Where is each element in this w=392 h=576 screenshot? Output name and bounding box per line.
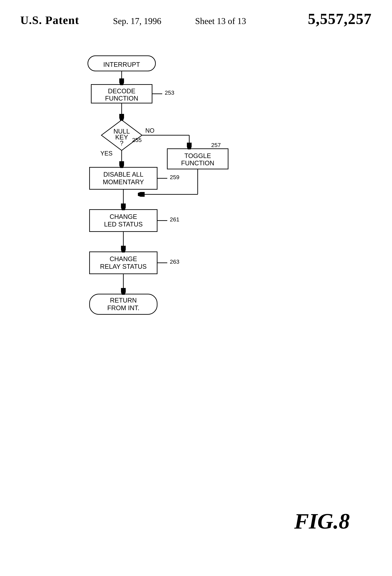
- patent-number: 5,557,257: [308, 10, 372, 28]
- ref-253: 253: [165, 89, 174, 96]
- yes-label: YES: [100, 150, 112, 157]
- disable-label: DISABLE ALL: [103, 171, 143, 178]
- ref-255: 255: [132, 137, 142, 143]
- ref-259: 259: [170, 174, 179, 180]
- no-label: NO: [145, 127, 154, 134]
- q-label: ?: [120, 140, 123, 147]
- page: U.S. Patent Sep. 17, 1996 Sheet 13 of 13…: [0, 0, 392, 576]
- svg-rect-13: [89, 167, 157, 189]
- flowchart: text { font-family: 'Arial', sans-serif;…: [34, 30, 355, 538]
- ref-257: 257: [211, 142, 221, 148]
- patent-label: U.S. Patent: [20, 14, 79, 27]
- relay-status-label: RELAY STATUS: [100, 263, 147, 270]
- svg-rect-19: [89, 252, 157, 274]
- decode-label: DECODE: [108, 87, 136, 95]
- function-label: FUNCTION: [105, 95, 138, 102]
- toggle-func-label: FUNCTION: [181, 160, 214, 167]
- header: U.S. Patent Sep. 17, 1996 Sheet 13 of 13…: [0, 10, 392, 28]
- change-led-label: CHANGE: [110, 213, 137, 220]
- ref-261: 261: [170, 216, 179, 223]
- header-date: Sep. 17, 1996: [113, 16, 161, 26]
- return-label: RETURN: [110, 297, 137, 304]
- led-status-label: LED STATUS: [104, 221, 143, 228]
- figure-label: FIG.8: [294, 508, 350, 534]
- svg-rect-16: [89, 210, 157, 231]
- change-relay-label: CHANGE: [110, 255, 137, 262]
- from-int-label: FROM INT.: [107, 304, 140, 312]
- header-sheet: Sheet 13 of 13: [195, 16, 246, 26]
- momentary-label: MOMENTARY: [103, 178, 144, 186]
- ref-263: 263: [170, 259, 179, 265]
- interrupt-label: INTERRUPT: [103, 61, 140, 68]
- toggle-label: TOGGLE: [184, 152, 211, 159]
